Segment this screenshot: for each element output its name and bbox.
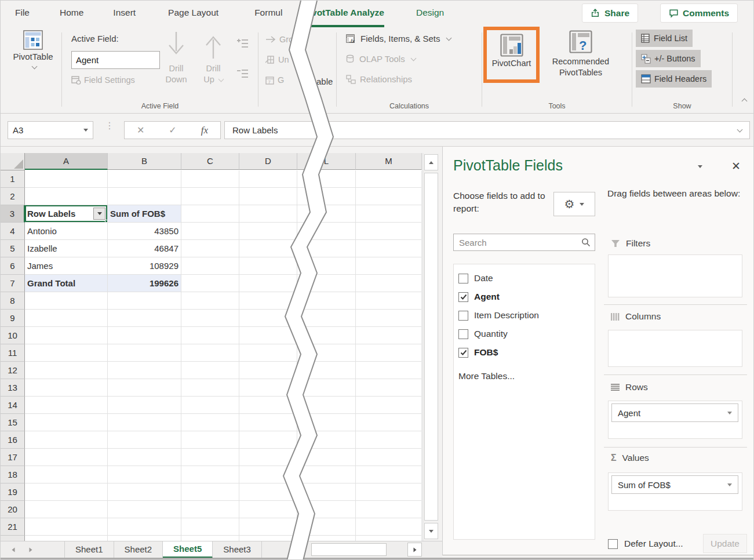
- cell-L20[interactable]: [297, 501, 356, 518]
- cell-L13[interactable]: [297, 379, 356, 397]
- pivottable-button[interactable]: PivotTable: [10, 30, 56, 99]
- values-field-chip[interactable]: Sum of FOB$: [611, 475, 738, 494]
- cancel-icon[interactable]: ✕: [137, 125, 144, 136]
- cell-M6[interactable]: [356, 257, 422, 275]
- cell-C18[interactable]: [181, 466, 239, 483]
- col-header-C[interactable]: C: [181, 153, 239, 170]
- olap-tools-button[interactable]: OLAP Tools: [346, 54, 416, 64]
- row-header-17[interactable]: 17: [1, 449, 25, 466]
- cell-A5[interactable]: Izabelle: [25, 240, 108, 257]
- cell-B15[interactable]: [108, 414, 181, 431]
- cell-C5[interactable]: [181, 240, 239, 257]
- group-field-button[interactable]: 7 G: [265, 75, 284, 85]
- search-box[interactable]: [453, 234, 595, 251]
- cell-L12[interactable]: [297, 362, 356, 379]
- cell-C21[interactable]: [181, 518, 239, 536]
- cell-L4[interactable]: [297, 223, 356, 240]
- horizontal-scroll-thumb[interactable]: [311, 543, 387, 556]
- field-item-item-description[interactable]: Item Description: [458, 306, 595, 325]
- cell-B11[interactable]: [108, 344, 181, 362]
- cell-L18[interactable]: [297, 466, 356, 483]
- row-header-22[interactable]: 22: [1, 536, 25, 541]
- enter-icon[interactable]: ✓: [169, 125, 176, 136]
- more-tables-link[interactable]: More Tables...: [458, 371, 595, 381]
- cell-B6[interactable]: 108929: [108, 257, 181, 275]
- cell-A12[interactable]: [25, 362, 108, 379]
- row-header-19[interactable]: 19: [1, 483, 25, 501]
- row-header-5[interactable]: 5: [1, 240, 25, 257]
- cell-B2[interactable]: [108, 188, 181, 205]
- cell-M3[interactable]: [356, 205, 422, 223]
- cell-L14[interactable]: [297, 397, 356, 414]
- cell-D8[interactable]: [239, 292, 297, 310]
- cell-A2[interactable]: [25, 188, 108, 205]
- cell-M21[interactable]: [356, 518, 422, 536]
- cell-M19[interactable]: [356, 483, 422, 501]
- chip-dropdown-icon[interactable]: [727, 412, 732, 414]
- cell-A6[interactable]: James: [25, 257, 108, 275]
- cell-D16[interactable]: [239, 431, 297, 449]
- cell-A15[interactable]: [25, 414, 108, 431]
- checkbox-unchecked[interactable]: [458, 311, 468, 321]
- cell-L19[interactable]: [297, 483, 356, 501]
- rows-field-chip[interactable]: Agent: [611, 403, 738, 422]
- cell-D2[interactable]: [239, 188, 297, 205]
- cell-D15[interactable]: [239, 414, 297, 431]
- row-header-18[interactable]: 18: [1, 466, 25, 483]
- cell-C8[interactable]: [181, 292, 239, 310]
- sheet-tab-sheet5[interactable]: Sheet5: [163, 541, 213, 558]
- defer-layout-checkbox[interactable]: [608, 539, 618, 549]
- row-labels-filter-button[interactable]: [93, 208, 105, 220]
- cell-B8[interactable]: [108, 292, 181, 310]
- group-selection-button[interactable]: Grou: [265, 35, 298, 44]
- row-header-21[interactable]: 21: [1, 518, 25, 536]
- select-all-corner[interactable]: [1, 153, 25, 170]
- cell-A8[interactable]: [25, 292, 108, 310]
- tab-design[interactable]: Design: [416, 1, 444, 25]
- recommended-pivottables-button[interactable]: ? Recommended PivotTables: [542, 30, 619, 78]
- pane-options-dropdown-icon[interactable]: [698, 165, 702, 168]
- cell-C1[interactable]: [181, 170, 239, 188]
- col-header-A[interactable]: A: [25, 153, 108, 170]
- next-sheet-icon[interactable]: [30, 548, 32, 552]
- cell-M18[interactable]: [356, 466, 422, 483]
- search-input[interactable]: [458, 237, 581, 248]
- checkbox-checked[interactable]: [458, 348, 468, 358]
- cell-A9[interactable]: [25, 310, 108, 327]
- update-button[interactable]: Update: [703, 534, 747, 553]
- cell-M13[interactable]: [356, 379, 422, 397]
- cell-A22[interactable]: [25, 536, 108, 541]
- row-header-4[interactable]: 4: [1, 223, 25, 240]
- pivotchart-button[interactable]: PivotChart: [483, 27, 540, 83]
- cell-M17[interactable]: [356, 449, 422, 466]
- field-item-date[interactable]: Date: [458, 269, 595, 288]
- cell-M4[interactable]: [356, 223, 422, 240]
- row-header-9[interactable]: 9: [1, 310, 25, 327]
- cell-M5[interactable]: [356, 240, 422, 257]
- field-item-fob-[interactable]: FOB$: [458, 343, 595, 362]
- cell-A1[interactable]: [25, 170, 108, 188]
- tab-pivottable-analyze[interactable]: PivotTable Analyze: [303, 1, 384, 27]
- cell-B5[interactable]: 46847: [108, 240, 181, 257]
- cell-B18[interactable]: [108, 466, 181, 483]
- cell-D20[interactable]: [239, 501, 297, 518]
- field-item-quantity[interactable]: Quantity: [458, 325, 595, 343]
- drill-up-button[interactable]: Drill Up: [196, 30, 230, 85]
- columns-drop-zone[interactable]: [608, 330, 742, 367]
- sheet-tab-sheet3[interactable]: Sheet3: [213, 541, 262, 558]
- cell-L6[interactable]: [297, 257, 356, 275]
- cell-D7[interactable]: [239, 275, 297, 292]
- col-header-L[interactable]: L: [297, 153, 356, 170]
- cell-L22[interactable]: [297, 536, 356, 541]
- cell-L9[interactable]: [297, 310, 356, 327]
- cell-D19[interactable]: [239, 483, 297, 501]
- drill-down-button[interactable]: Drill Down: [159, 30, 193, 85]
- cell-C12[interactable]: [181, 362, 239, 379]
- cell-M22[interactable]: [356, 536, 422, 541]
- row-header-14[interactable]: 14: [1, 397, 25, 414]
- cell-C17[interactable]: [181, 449, 239, 466]
- cell-B1[interactable]: [108, 170, 181, 188]
- cell-D21[interactable]: [239, 518, 297, 536]
- sheet-tab-sheet2[interactable]: Sheet2: [114, 541, 163, 558]
- tab-home[interactable]: Home: [60, 1, 83, 25]
